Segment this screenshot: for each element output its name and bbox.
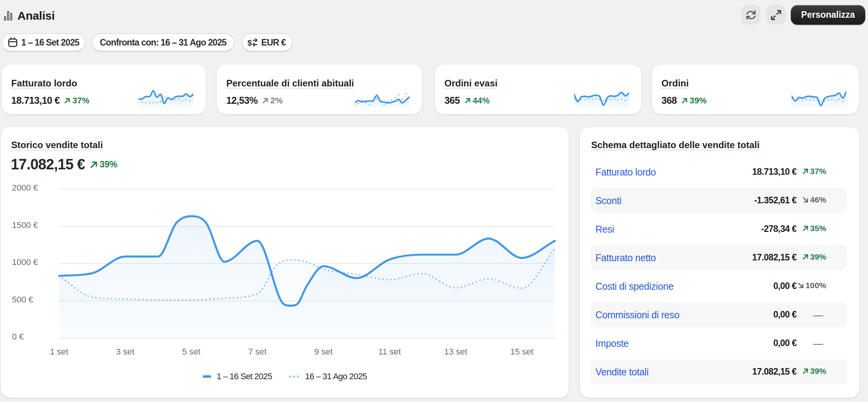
- svg-text:$: $: [248, 39, 252, 47]
